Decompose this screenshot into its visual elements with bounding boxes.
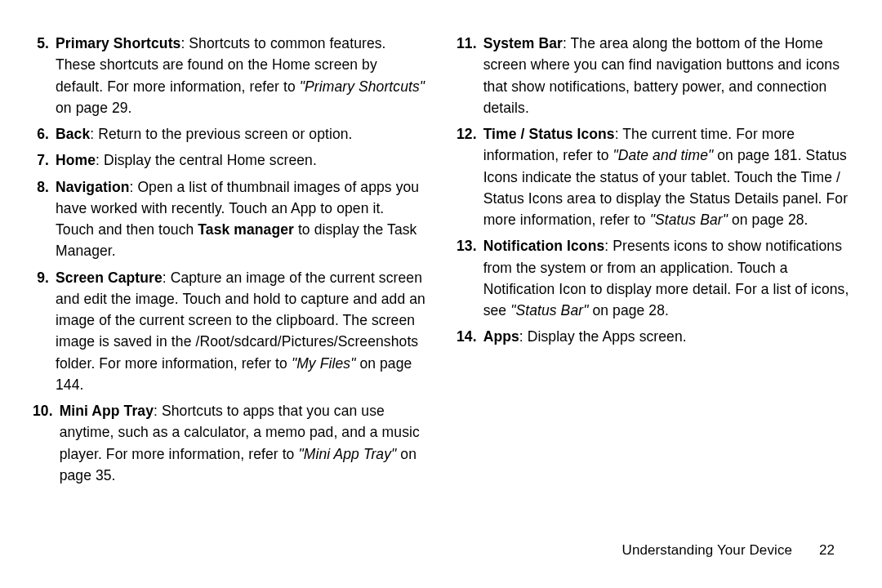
item-number: 8. (33, 176, 56, 262)
content-columns: 5. Primary Shortcuts: Shortcuts to commo… (33, 33, 849, 491)
item-number: 13. (457, 235, 483, 321)
item-text: Apps: Display the Apps screen. (483, 326, 849, 347)
item-text: Notification Icons: Presents icons to sh… (483, 235, 849, 321)
item-number: 14. (457, 326, 483, 347)
item-text: System Bar: The area along the bottom of… (483, 33, 849, 118)
item-number: 12. (457, 123, 483, 230)
item-number: 9. (33, 267, 56, 396)
item-number: 11. (457, 33, 483, 118)
item-text: Back: Return to the previous screen or o… (56, 123, 425, 145)
right-column: 11. System Bar: The area along the botto… (457, 33, 849, 491)
item-text: Screen Capture: Capture an image of the … (56, 267, 425, 396)
item-text: Time / Status Icons: The current time. F… (483, 123, 849, 230)
list-item: 5. Primary Shortcuts: Shortcuts to commo… (33, 33, 425, 118)
left-column: 5. Primary Shortcuts: Shortcuts to commo… (33, 33, 425, 491)
item-text: Home: Display the central Home screen. (56, 149, 425, 171)
item-number: 6. (33, 123, 56, 145)
item-number: 10. (33, 400, 60, 486)
list-item: 11. System Bar: The area along the botto… (457, 33, 849, 118)
list-item: 8. Navigation: Open a list of thumbnail … (33, 176, 425, 262)
list-item: 10. Mini App Tray: Shortcuts to apps tha… (33, 400, 425, 486)
item-text: Primary Shortcuts: Shortcuts to common f… (56, 33, 425, 118)
list-item: 9. Screen Capture: Capture an image of t… (33, 267, 425, 396)
list-item: 14. Apps: Display the Apps screen. (457, 326, 849, 347)
item-text: Mini App Tray: Shortcuts to apps that yo… (60, 400, 425, 486)
item-number: 5. (33, 33, 56, 118)
footer-page-number: 22 (819, 542, 835, 558)
list-item: 7. Home: Display the central Home screen… (33, 149, 425, 171)
list-item: 13. Notification Icons: Presents icons t… (457, 235, 849, 321)
page-footer: Understanding Your Device 22 (622, 542, 835, 559)
footer-section: Understanding Your Device (622, 542, 793, 558)
item-number: 7. (33, 149, 56, 171)
list-item: 6. Back: Return to the previous screen o… (33, 123, 425, 145)
list-item: 12. Time / Status Icons: The current tim… (457, 123, 849, 230)
item-text: Navigation: Open a list of thumbnail ima… (56, 176, 425, 262)
